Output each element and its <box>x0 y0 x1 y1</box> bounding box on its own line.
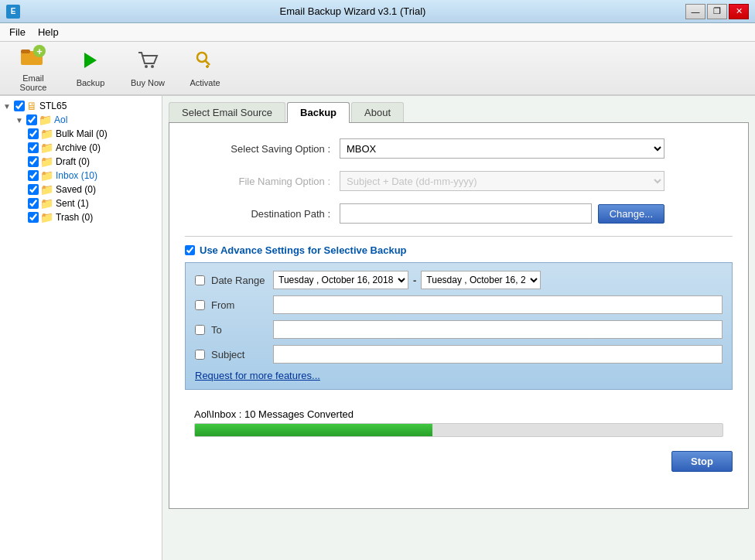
backup-label: Backup <box>77 78 105 87</box>
dest-path-label: Destination Path : <box>185 208 340 220</box>
tab-backup[interactable]: Backup <box>287 102 350 123</box>
saving-option-label: Select Saving Option : <box>185 143 340 155</box>
date-to-select[interactable]: Tuesday , October 16, 2 <box>421 271 541 289</box>
dest-path-input[interactable]: C:\Users\User\Desktop\EmailBackupWizard_… <box>340 203 592 224</box>
tree-draft-icon: 📁 <box>40 155 53 168</box>
toolbar-backup[interactable]: Backup <box>63 45 118 91</box>
menu-help[interactable]: Help <box>32 25 65 39</box>
tree-bulkmail-checkbox[interactable] <box>28 128 39 139</box>
tree-root-expand[interactable]: ▼ <box>3 102 14 111</box>
menu-file[interactable]: File <box>3 25 32 39</box>
from-row: From <box>195 295 723 314</box>
tab-content-backup: Select Saving Option : MBOX PST EML MSG … <box>169 122 749 509</box>
adv-box: Date Range Tuesday , October 16, 2018 - … <box>185 262 733 390</box>
subject-checkbox[interactable] <box>195 350 205 360</box>
tree-inbox-icon: 📁 <box>40 169 53 182</box>
app-icon: E <box>6 5 20 19</box>
close-button[interactable]: ✕ <box>729 4 749 19</box>
change-button[interactable]: Change... <box>598 204 664 224</box>
activate-label: Activate <box>190 78 220 87</box>
to-label: To <box>211 324 273 336</box>
toolbar-activate[interactable]: Activate <box>178 45 232 91</box>
tab-about[interactable]: About <box>351 102 404 122</box>
tabs: Select Email Source Backup About <box>169 102 749 122</box>
svg-text:+: + <box>36 46 43 57</box>
subject-input[interactable] <box>273 345 723 364</box>
svg-point-5 <box>145 65 148 68</box>
toolbar-buy-now[interactable]: Buy Now <box>121 45 175 91</box>
tree-bulkmail-label: Bulk Mail (0) <box>56 128 108 139</box>
email-source-icon: + <box>21 45 46 72</box>
to-row: To <box>195 320 723 339</box>
from-input[interactable] <box>273 295 723 314</box>
to-input[interactable] <box>273 320 723 339</box>
tree-inbox[interactable]: 📁 Inbox (10) <box>28 169 159 183</box>
date-range-row: Date Range Tuesday , October 16, 2018 - … <box>195 271 723 289</box>
from-checkbox[interactable] <box>195 300 205 310</box>
date-range-label: Date Range <box>211 275 273 286</box>
from-label: From <box>211 299 273 311</box>
tree-root-checkbox[interactable] <box>14 101 25 111</box>
date-range-dash: - <box>413 275 416 286</box>
file-naming-label: File Naming Option : <box>185 176 340 187</box>
request-features-link[interactable]: Request for more features... <box>195 370 723 381</box>
tree-sent-icon: 📁 <box>40 197 53 210</box>
tree-sent-label: Sent (1) <box>56 198 89 209</box>
title-bar: E Email Backup Wizard v3.1 (Trial) — ❐ ✕ <box>0 0 755 23</box>
tree-saved[interactable]: 📁 Saved (0) <box>28 183 159 196</box>
tree-draft[interactable]: 📁 Draft (0) <box>28 155 159 169</box>
tree-aol[interactable]: ▼ 📁 Aol <box>15 113 159 127</box>
tree-aol-children: 📁 Bulk Mail (0) 📁 Archive (0) 📁 Draft (0… <box>15 127 159 224</box>
svg-point-6 <box>151 65 154 68</box>
tree-trash-label: Trash (0) <box>56 212 93 223</box>
tree-sent-checkbox[interactable] <box>28 198 39 209</box>
file-naming-select[interactable]: Subject + Date (dd-mm-yyyy) Date + Subje… <box>340 171 664 191</box>
file-naming-control: Subject + Date (dd-mm-yyyy) Date + Subje… <box>340 171 664 191</box>
tree-bulkmail-icon: 📁 <box>40 128 53 140</box>
to-checkbox[interactable] <box>195 325 205 335</box>
tree-bulkmail[interactable]: 📁 Bulk Mail (0) <box>28 127 159 141</box>
saving-option-select[interactable]: MBOX PST EML MSG PDF <box>340 138 664 159</box>
adv-settings-label: Use Advance Settings for Selective Backu… <box>200 244 407 256</box>
minimize-button[interactable]: — <box>685 4 705 19</box>
tree-draft-checkbox[interactable] <box>28 156 39 167</box>
tree-archive-checkbox[interactable] <box>28 142 39 153</box>
tree-sent[interactable]: 📁 Sent (1) <box>28 196 159 210</box>
tree-trash[interactable]: 📁 Trash (0) <box>28 210 159 224</box>
dest-path-row: Destination Path : C:\Users\User\Desktop… <box>185 203 733 224</box>
svg-rect-1 <box>21 50 30 53</box>
sidebar: ▼ 🖥 STL65 ▼ 📁 Aol 📁 Bulk Mail (0) <box>0 96 162 560</box>
tree-inbox-checkbox[interactable] <box>28 170 39 181</box>
tree-aol-expand[interactable]: ▼ <box>15 116 26 125</box>
progress-bar-bg <box>194 423 723 437</box>
svg-marker-4 <box>84 53 97 68</box>
dest-path-control: C:\Users\User\Desktop\EmailBackupWizard_… <box>340 203 664 224</box>
buy-now-label: Buy Now <box>131 78 165 87</box>
tree-trash-checkbox[interactable] <box>28 212 39 223</box>
window-title: Email Backup Wizard v3.1 (Trial) <box>20 5 685 17</box>
adv-settings-checkbox[interactable] <box>185 245 195 255</box>
restore-button[interactable]: ❐ <box>707 4 727 19</box>
status-text: Aol\Inbox : 10 Messages Converted <box>194 408 723 420</box>
window-controls: — ❐ ✕ <box>685 4 749 19</box>
saving-option-row: Select Saving Option : MBOX PST EML MSG … <box>185 138 733 159</box>
status-section: Aol\Inbox : 10 Messages Converted <box>185 402 733 443</box>
tree-archive-icon: 📁 <box>40 142 53 154</box>
tree-root-folder-icon: 🖥 <box>26 100 37 112</box>
tree-aol-checkbox[interactable] <box>26 114 37 125</box>
svg-line-8 <box>205 60 210 65</box>
backup-icon <box>78 50 103 77</box>
tree-draft-label: Draft (0) <box>56 156 90 167</box>
toolbar-email-source[interactable]: + Email Source <box>6 45 60 91</box>
progress-bar-fill <box>195 424 432 436</box>
buy-now-icon <box>135 50 160 77</box>
tree-archive[interactable]: 📁 Archive (0) <box>28 141 159 155</box>
menu-bar: File Help <box>0 23 755 42</box>
stop-button[interactable]: Stop <box>671 451 733 472</box>
tab-select-email-source[interactable]: Select Email Source <box>169 102 285 122</box>
tree-root[interactable]: ▼ 🖥 STL65 <box>3 99 159 113</box>
tree-root-label: STL65 <box>39 101 67 111</box>
tree-saved-checkbox[interactable] <box>28 184 39 195</box>
date-range-checkbox[interactable] <box>195 275 205 285</box>
date-from-select[interactable]: Tuesday , October 16, 2018 <box>273 271 408 289</box>
